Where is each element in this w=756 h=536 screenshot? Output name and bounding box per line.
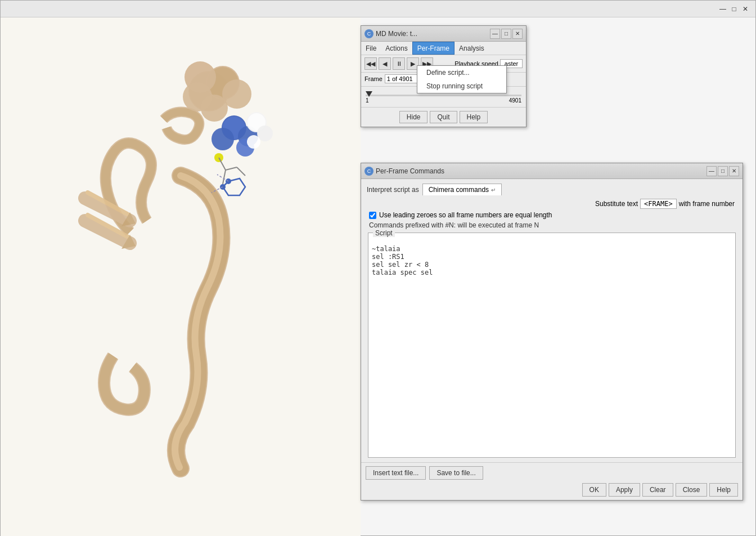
tab-close-icon[interactable]: ↵ [491,187,496,193]
per-frame-title: Per-Frame Commands [376,167,444,175]
substitute-suffix: with frame number [679,200,735,208]
skip-start-button[interactable]: ◀◀ [364,57,377,70]
ok-button[interactable]: OK [582,483,606,497]
slider-track[interactable] [366,95,521,96]
pf-help-button[interactable]: Help [709,483,738,497]
pf-icon: C [364,167,374,176]
menu-file[interactable]: File [361,42,381,55]
interpret-row: Interpret script as Chimera commands ↵ [367,184,737,195]
slider-thumb[interactable] [366,91,372,97]
chimera-commands-tab[interactable]: Chimera commands ↵ [422,184,502,195]
pf-action-buttons: OK Apply Clear Close Help [366,483,738,497]
pf-title-left: C Per-Frame Commands [364,167,444,176]
pf-controls: — □ ✕ [706,166,739,176]
pf-content: Interpret script as Chimera commands ↵ S… [361,179,742,462]
save-to-file-button[interactable]: Save to file... [429,466,483,480]
substitute-row: Substitute text <FRAME> with frame numbe… [367,199,737,209]
md-maximize-button[interactable]: □ [501,29,511,39]
per-frame-window: C Per-Frame Commands — □ ✕ Interpret scr… [361,163,743,501]
maximize-button[interactable]: □ [728,3,740,15]
hide-button[interactable]: Hide [399,111,428,123]
md-bottom-buttons: Hide Quit Help [361,107,526,127]
script-group-label: Script [373,229,395,237]
md-movie-title: MD Movie: t... [376,30,417,38]
per-frame-titlebar: C Per-Frame Commands — □ ✕ [361,163,742,179]
info-text: Commands prefixed with #N: will be execu… [367,221,737,229]
svg-point-19 [247,135,260,149]
svg-point-10 [201,95,228,122]
script-group: Script ~talaia sel :RS1 sel sel zr < 8 t… [368,233,736,458]
substitute-label: Substitute text [595,200,638,208]
main-window: — □ ✕ [0,0,756,536]
pf-close-button[interactable]: ✕ [729,166,739,176]
help-button[interactable]: Help [460,111,488,123]
insert-text-file-button[interactable]: Insert text file... [366,466,426,480]
protein-visualization [1,17,361,536]
quit-button[interactable]: Quit [430,111,457,123]
clear-button[interactable]: Clear [642,483,673,497]
per-frame-dropdown: Define script... Stop running script [417,65,507,93]
md-close-button[interactable]: ✕ [512,29,523,39]
script-textarea[interactable]: ~talaia sel :RS1 sel sel zr < 8 talaia s… [368,242,735,455]
leading-zeroes-checkbox[interactable] [369,212,376,219]
pf-bottom: Insert text file... Save to file... OK A… [361,462,742,500]
stop-running-script-item[interactable]: Stop running script [417,79,506,93]
pf-file-buttons: Insert text file... Save to file... [366,466,738,480]
slider-min: 1 [366,97,369,104]
md-movie-controls: — □ ✕ [490,29,523,39]
frame-tag: <FRAME> [640,199,677,209]
md-movie-icon: C [364,29,374,38]
slider-labels: 1 4901 [366,97,521,104]
md-menubar: File Actions Per-Frame Analysis [361,42,526,55]
step-back-button[interactable]: ◀ [379,57,391,70]
md-minimize-button[interactable]: — [490,29,500,39]
pf-minimize-button[interactable]: — [706,166,717,176]
frame-label: Frame [364,75,382,82]
main-titlebar: — □ ✕ [1,1,755,17]
define-script-item[interactable]: Define script... [417,66,506,79]
title-left: C MD Movie: t... [364,29,417,38]
interpret-label: Interpret script as [367,186,419,194]
close-action-button[interactable]: Close [676,483,708,497]
apply-button[interactable]: Apply [609,483,640,497]
menu-analysis[interactable]: Analysis [454,42,489,55]
menu-actions[interactable]: Actions [381,42,412,55]
slider-max: 4901 [509,97,521,104]
svg-point-14 [212,128,234,150]
checkbox-row: Use leading zeroes so all frame numbers … [367,211,737,219]
close-button[interactable]: ✕ [740,3,751,15]
checkbox-label: Use leading zeroes so all frame numbers … [379,211,552,219]
chimera-tab-label: Chimera commands [429,186,489,194]
pause-button[interactable]: ⏸ [393,57,405,70]
menu-per-frame[interactable]: Per-Frame [412,42,454,55]
pf-maximize-button[interactable]: □ [718,166,728,176]
md-movie-titlebar: C MD Movie: t... — □ ✕ [361,26,526,42]
protein-svg [1,17,361,536]
minimize-button[interactable]: — [717,3,728,15]
